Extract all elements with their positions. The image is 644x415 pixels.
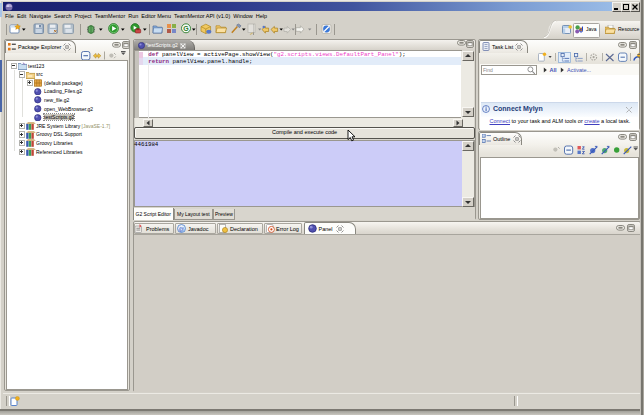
svg-text:@: @ xyxy=(178,226,184,232)
svg-text:G: G xyxy=(183,25,189,32)
